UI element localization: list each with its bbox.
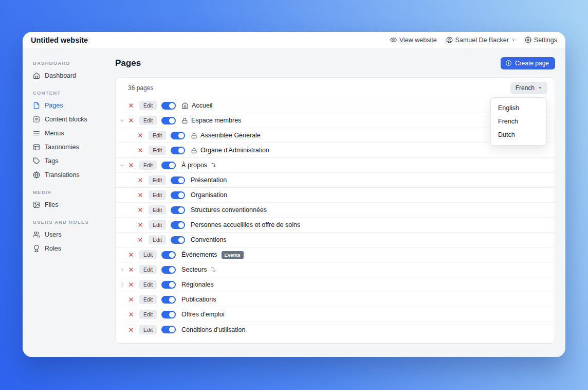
delete-page-button[interactable] (128, 281, 134, 288)
edit-page-button[interactable]: Edit (149, 190, 166, 200)
delete-page-button[interactable] (128, 296, 134, 303)
sidebar-item-label: Translations (45, 171, 80, 179)
page-type-badge: Events (222, 251, 244, 259)
sidebar-item-pages[interactable]: Pages (33, 98, 115, 112)
edit-page-button[interactable]: Edit (149, 235, 166, 244)
delete-page-button[interactable] (137, 207, 143, 213)
page-visibility-toggle[interactable] (161, 117, 176, 125)
user-name-label: Samuel De Backer (455, 37, 509, 44)
page-row: EditRégionales (116, 277, 555, 292)
page-visibility-toggle[interactable] (171, 221, 185, 229)
sidebar-item-menus[interactable]: Menus (33, 126, 115, 140)
page-name: Assemblée Générale (200, 132, 261, 139)
edit-page-button[interactable]: Edit (139, 250, 157, 259)
home-icon (33, 72, 40, 79)
delete-page-button[interactable] (137, 192, 143, 198)
sidebar-item-dashboard[interactable]: Dashboard (33, 68, 115, 82)
chevron-down-icon[interactable] (119, 163, 126, 168)
create-page-button[interactable]: Create page (501, 57, 555, 69)
edit-page-button[interactable]: Edit (149, 220, 166, 229)
language-select[interactable]: French (510, 82, 547, 94)
edit-page-button[interactable]: Edit (149, 175, 166, 185)
page-name: Offres d'emploi (181, 311, 224, 318)
delete-page-button[interactable] (137, 237, 143, 243)
create-page-label: Create page (515, 60, 549, 67)
language-option-dutch[interactable]: Dutch (491, 128, 546, 141)
pages-card: 36 pages French EditAccueilEditEspace me… (115, 77, 555, 344)
page-visibility-toggle[interactable] (171, 176, 185, 184)
window-title: Untitled website (31, 36, 88, 44)
chevron-down-icon (511, 38, 516, 42)
page-visibility-toggle[interactable] (171, 206, 185, 214)
language-option-english[interactable]: English (491, 101, 546, 115)
award-icon (33, 245, 40, 252)
sidebar-item-tags[interactable]: Tags (33, 154, 115, 168)
settings-button[interactable]: Settings (525, 37, 557, 44)
page-name: Publications (181, 296, 216, 303)
sidebar-section-label: CONTENT (33, 90, 115, 96)
eye-icon (390, 37, 397, 43)
delete-page-button[interactable] (128, 252, 134, 258)
edit-page-button[interactable]: Edit (139, 325, 157, 334)
delete-page-button[interactable] (128, 102, 134, 109)
chevron-right-icon[interactable] (119, 267, 126, 272)
page-visibility-toggle[interactable] (171, 236, 185, 244)
page-visibility-toggle[interactable] (161, 266, 176, 274)
sidebar-item-files[interactable]: Files (33, 198, 115, 211)
page-row: EditConditions d’utilisation (116, 322, 555, 337)
file-icon (33, 102, 40, 109)
content-header: Pages Create page (115, 57, 555, 69)
gear-icon (525, 37, 531, 43)
sidebar-item-roles[interactable]: Roles (33, 241, 115, 255)
edit-page-button[interactable]: Edit (139, 295, 157, 304)
sidebar-item-users[interactable]: Users (33, 227, 115, 241)
page-visibility-toggle[interactable] (161, 251, 176, 259)
delete-page-button[interactable] (128, 117, 134, 123)
chevron-right-icon[interactable] (119, 282, 126, 287)
delete-page-button[interactable] (137, 222, 143, 228)
sidebar-item-taxonomies[interactable]: Taxonomies (33, 140, 115, 154)
table-icon (33, 144, 40, 151)
view-website-button[interactable]: View website (390, 37, 437, 44)
page-visibility-toggle[interactable] (171, 132, 185, 139)
delete-page-button[interactable] (137, 132, 143, 138)
page-visibility-toggle[interactable] (161, 162, 176, 169)
page-name: Personnes accueillies et offre de soins (191, 221, 300, 228)
page-visibility-toggle[interactable] (161, 326, 176, 333)
home-icon (181, 102, 189, 109)
edit-page-button[interactable]: Edit (139, 161, 157, 170)
users-icon (33, 231, 40, 238)
edit-page-button[interactable]: Edit (149, 146, 166, 155)
page-visibility-toggle[interactable] (161, 102, 176, 110)
pages-card-header: 36 pages French (116, 78, 555, 98)
edit-page-button[interactable]: Edit (149, 205, 166, 215)
delete-page-button[interactable] (137, 147, 143, 153)
sidebar-item-label: Tags (45, 157, 58, 165)
edit-page-button[interactable]: Edit (149, 131, 166, 140)
delete-page-button[interactable] (128, 311, 134, 317)
plus-circle-icon (505, 60, 512, 66)
user-menu-button[interactable]: Samuel De Backer (446, 37, 516, 44)
page-visibility-toggle[interactable] (171, 191, 185, 199)
language-dropdown-menu: EnglishFrenchDutch (490, 97, 547, 146)
delete-page-button[interactable] (128, 327, 134, 333)
chevron-down-icon[interactable] (119, 118, 126, 123)
sidebar-item-label: Taxonomies (45, 144, 79, 151)
edit-page-button[interactable]: Edit (139, 310, 157, 319)
page-row: EditÉvénementsEvents (116, 247, 555, 262)
page-visibility-toggle[interactable] (161, 281, 176, 289)
sidebar-item-translations[interactable]: Translations (33, 168, 115, 182)
edit-page-button[interactable]: Edit (139, 101, 157, 110)
page-visibility-toggle[interactable] (171, 147, 185, 154)
edit-page-button[interactable]: Edit (139, 265, 157, 274)
edit-page-button[interactable]: Edit (139, 280, 157, 289)
delete-page-button[interactable] (128, 162, 134, 168)
redirect-arrow-icon (210, 267, 216, 273)
page-visibility-toggle[interactable] (161, 311, 176, 318)
page-visibility-toggle[interactable] (161, 296, 176, 304)
delete-page-button[interactable] (137, 177, 143, 183)
edit-page-button[interactable]: Edit (139, 116, 157, 125)
language-option-french[interactable]: French (491, 115, 546, 128)
sidebar-item-content-blocks[interactable]: Content blocks (33, 112, 115, 126)
delete-page-button[interactable] (128, 267, 134, 273)
